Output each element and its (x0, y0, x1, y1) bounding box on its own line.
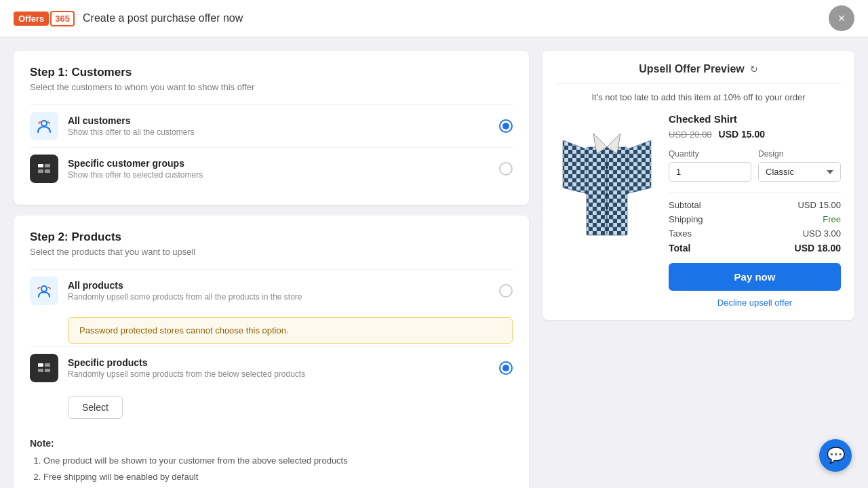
product-name: Checked Shirt (669, 113, 841, 125)
specific-customers-text: Specific customer groups Show this offer… (68, 158, 203, 180)
option-all-products-left: All products Randomly upsell some produc… (30, 277, 302, 305)
step2-title: Step 2: Products (30, 230, 513, 244)
option-specific-customers-left: Specific customer groups Show this offer… (30, 155, 203, 183)
refresh-icon[interactable]: ↻ (750, 64, 758, 75)
total-value: USD 18.00 (795, 243, 841, 253)
total-row: Total USD 18.00 (669, 243, 841, 253)
specific-products-icon (30, 354, 58, 382)
preview-tagline: It's not too late to add this item at 10… (556, 92, 841, 102)
total-label: Total (669, 243, 690, 253)
select-button[interactable]: Select (68, 396, 123, 419)
specific-customers-desc: Show this offer to selected customers (68, 170, 203, 180)
shipping-row: Shipping Free (669, 214, 841, 224)
all-products-label: All products (68, 280, 302, 291)
header-left: Offers365 Create a post purchase offer n… (14, 11, 243, 26)
taxes-label: Taxes (669, 228, 692, 239)
product-info: Checked Shirt USD 20.00 USD 15.00 Quanti… (669, 113, 841, 308)
order-details: Subtotal USD 15.00 Shipping Free Taxes U… (669, 192, 841, 253)
step2-subtitle: Select the products that you want to ups… (30, 247, 513, 257)
svg-rect-1 (38, 164, 43, 167)
svg-marker-14 (563, 140, 590, 195)
quantity-input[interactable] (669, 162, 751, 182)
design-group: Design Classic Modern Minimal (758, 149, 841, 182)
step2-card: Step 2: Products Select the products tha… (14, 216, 529, 488)
svg-point-23 (606, 207, 608, 209)
taxes-value: USD 3.00 (803, 228, 841, 239)
option-all-customers-left: All customers Show this offer to all the… (30, 112, 195, 140)
pay-now-button[interactable]: Pay now (669, 263, 841, 291)
svg-marker-15 (624, 140, 651, 195)
step1-title: Step 1: Customers (30, 66, 513, 79)
quantity-group: Quantity (669, 149, 751, 182)
preview-header: Upsell Offer Preview ↻ (556, 63, 841, 84)
svg-rect-4 (45, 169, 50, 173)
option-all-products[interactable]: All products Randomly upsell some produc… (30, 269, 513, 312)
close-button[interactable]: × (829, 5, 854, 31)
all-customers-desc: Show this offer to all the customers (68, 127, 195, 137)
logo-365: 365 (50, 11, 75, 26)
all-customers-icon (30, 112, 58, 140)
all-customers-radio[interactable] (499, 119, 513, 133)
right-panel: Upsell Offer Preview ↻ It's not too late… (542, 51, 854, 474)
note-list: One product will be shown to your custom… (30, 454, 513, 483)
specific-products-label: Specific products (68, 357, 305, 368)
svg-rect-2 (45, 164, 50, 167)
quantity-label: Quantity (669, 149, 751, 159)
svg-point-5 (41, 286, 47, 291)
specific-products-radio[interactable] (499, 361, 513, 375)
subtotal-label: Subtotal (669, 200, 701, 210)
all-products-desc: Randomly upsell some products from all t… (68, 292, 302, 302)
svg-rect-3 (38, 169, 43, 173)
option-all-customers[interactable]: All customers Show this offer to all the… (30, 104, 513, 147)
design-select[interactable]: Classic Modern Minimal (758, 162, 841, 182)
preview-card: Upsell Offer Preview ↻ It's not too late… (542, 51, 854, 320)
specific-customers-label: Specific customer groups (68, 158, 203, 169)
shipping-value: Free (823, 214, 841, 224)
app-header: Offers365 Create a post purchase offer n… (0, 0, 868, 37)
product-image (556, 113, 658, 245)
price-row: USD 20.00 USD 15.00 (669, 129, 841, 140)
price-new: USD 15.00 (719, 129, 765, 140)
all-products-radio[interactable] (499, 284, 513, 298)
step1-card: Step 1: Customers Select the customers t… (14, 51, 529, 205)
option-specific-customers[interactable]: Specific customer groups Show this offer… (30, 147, 513, 190)
specific-products-desc: Randomly upsell some products from the b… (68, 369, 305, 379)
svg-rect-9 (45, 369, 50, 372)
decline-link[interactable]: Decline upsell offer (669, 298, 841, 308)
svg-point-21 (606, 180, 608, 182)
design-label: Design (758, 149, 841, 159)
option-specific-products[interactable]: Specific products Randomly upsell some p… (30, 346, 513, 389)
left-panel: Step 1: Customers Select the customers t… (14, 51, 529, 474)
page-title: Create a post purchase offer now (83, 12, 243, 24)
step1-subtitle: Select the customers to whom you want to… (30, 82, 513, 92)
svg-rect-8 (38, 369, 43, 372)
specific-products-text: Specific products Randomly upsell some p… (68, 357, 305, 379)
taxes-row: Taxes USD 3.00 (669, 228, 841, 239)
note-item-2: Free shipping will be enabled by default (43, 470, 513, 484)
note-item-1: One product will be shown to your custom… (43, 454, 513, 468)
svg-rect-6 (38, 363, 43, 367)
price-old: USD 20.00 (669, 129, 712, 140)
svg-point-20 (606, 166, 608, 169)
specific-products-radio-inner (502, 365, 509, 371)
logo: Offers365 (14, 11, 75, 26)
logo-offers: Offers (14, 12, 49, 26)
svg-point-22 (606, 193, 608, 196)
preview-content: Checked Shirt USD 20.00 USD 15.00 Quanti… (556, 113, 841, 308)
specific-customers-icon (30, 155, 58, 183)
svg-rect-7 (45, 363, 50, 367)
option-specific-products-left: Specific products Randomly upsell some p… (30, 354, 305, 382)
svg-point-0 (41, 121, 47, 126)
all-customers-text: All customers Show this offer to all the… (68, 115, 195, 137)
all-customers-label: All customers (68, 115, 195, 126)
preview-title: Upsell Offer Preview (639, 63, 745, 75)
shipping-label: Shipping (669, 214, 703, 224)
warning-box: Password protected stores cannot choose … (68, 317, 513, 344)
chat-bubble[interactable]: 💬 (819, 439, 852, 472)
all-products-text: All products Randomly upsell some produc… (68, 280, 302, 302)
specific-customers-radio[interactable] (499, 162, 513, 176)
main-content: Step 1: Customers Select the customers t… (0, 37, 868, 488)
subtotal-value: USD 15.00 (797, 200, 841, 210)
all-customers-radio-inner (502, 123, 509, 129)
all-products-icon (30, 277, 58, 305)
